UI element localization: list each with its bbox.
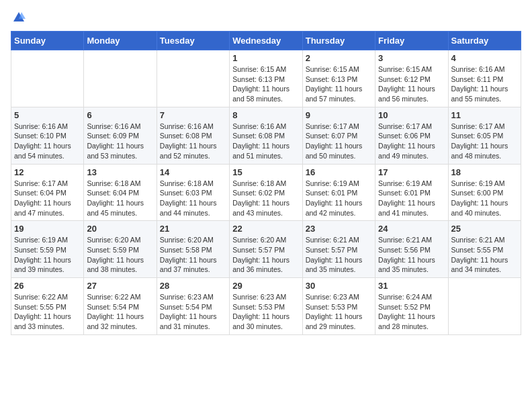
day-number: 5 [14,110,81,120]
day-info: Sunrise: 6:16 AM Sunset: 6:11 PM Dayligh… [451,64,518,104]
calendar-header-wednesday: Wednesday [230,32,302,50]
day-info: Sunrise: 6:15 AM Sunset: 6:13 PM Dayligh… [306,64,372,104]
day-number: 18 [451,167,518,177]
calendar-body: 1Sunrise: 6:15 AM Sunset: 6:13 PM Daylig… [11,50,521,335]
day-number: 26 [14,281,81,291]
day-number: 25 [451,224,518,234]
day-info: Sunrise: 6:19 AM Sunset: 5:59 PM Dayligh… [14,235,81,275]
day-number: 16 [306,167,372,177]
calendar-cell: 25Sunrise: 6:21 AM Sunset: 5:55 PM Dayli… [448,221,521,278]
day-number: 10 [378,110,445,120]
calendar-cell: 16Sunrise: 6:19 AM Sunset: 6:01 PM Dayli… [302,164,375,221]
calendar-cell: 31Sunrise: 6:24 AM Sunset: 5:52 PM Dayli… [375,278,448,335]
day-number: 31 [378,281,445,291]
day-info: Sunrise: 6:23 AM Sunset: 5:54 PM Dayligh… [160,292,226,332]
day-number: 21 [160,224,226,234]
day-info: Sunrise: 6:18 AM Sunset: 6:04 PM Dayligh… [87,179,153,218]
calendar-header-thursday: Thursday [302,32,375,50]
calendar-cell: 8Sunrise: 6:16 AM Sunset: 6:08 PM Daylig… [230,107,302,164]
calendar-cell: 22Sunrise: 6:20 AM Sunset: 5:57 PM Dayli… [230,221,302,278]
day-info: Sunrise: 6:15 AM Sunset: 6:13 PM Dayligh… [232,64,299,104]
calendar-week-0: 1Sunrise: 6:15 AM Sunset: 6:13 PM Daylig… [11,50,521,107]
day-info: Sunrise: 6:24 AM Sunset: 5:52 PM Dayligh… [378,292,445,332]
calendar-header-tuesday: Tuesday [157,32,229,50]
day-number: 12 [14,167,81,177]
day-number: 24 [378,224,445,234]
day-info: Sunrise: 6:16 AM Sunset: 6:08 PM Dayligh… [232,122,299,161]
day-number: 8 [232,110,299,120]
day-number: 20 [87,224,153,234]
day-info: Sunrise: 6:19 AM Sunset: 6:00 PM Dayligh… [451,179,518,218]
calendar-header-row: SundayMondayTuesdayWednesdayThursdayFrid… [11,32,521,50]
day-number: 17 [378,167,445,177]
calendar-cell: 24Sunrise: 6:21 AM Sunset: 5:56 PM Dayli… [375,221,448,278]
day-info: Sunrise: 6:18 AM Sunset: 6:02 PM Dayligh… [232,179,299,218]
calendar-cell [448,278,521,335]
day-info: Sunrise: 6:16 AM Sunset: 6:09 PM Dayligh… [87,122,153,161]
calendar-cell: 12Sunrise: 6:17 AM Sunset: 6:04 PM Dayli… [11,164,84,221]
day-number: 3 [378,53,445,63]
calendar-cell [157,50,229,107]
calendar-week-2: 12Sunrise: 6:17 AM Sunset: 6:04 PM Dayli… [11,164,521,221]
day-number: 27 [87,281,153,291]
calendar-week-1: 5Sunrise: 6:16 AM Sunset: 6:10 PM Daylig… [11,107,521,164]
day-number: 11 [451,110,518,120]
calendar-week-3: 19Sunrise: 6:19 AM Sunset: 5:59 PM Dayli… [11,221,521,278]
day-info: Sunrise: 6:19 AM Sunset: 6:01 PM Dayligh… [378,179,445,218]
calendar-cell: 19Sunrise: 6:19 AM Sunset: 5:59 PM Dayli… [11,221,84,278]
day-info: Sunrise: 6:16 AM Sunset: 6:08 PM Dayligh… [160,122,226,161]
day-number: 9 [306,110,372,120]
day-number: 29 [232,281,299,291]
calendar-cell: 9Sunrise: 6:17 AM Sunset: 6:07 PM Daylig… [302,107,375,164]
day-info: Sunrise: 6:21 AM Sunset: 5:56 PM Dayligh… [378,235,445,275]
day-number: 30 [306,281,372,291]
calendar-cell: 20Sunrise: 6:20 AM Sunset: 5:59 PM Dayli… [84,221,157,278]
calendar-cell: 29Sunrise: 6:23 AM Sunset: 5:53 PM Dayli… [230,278,302,335]
calendar-cell: 10Sunrise: 6:17 AM Sunset: 6:06 PM Dayli… [375,107,448,164]
day-number: 14 [160,167,226,177]
calendar-cell: 18Sunrise: 6:19 AM Sunset: 6:00 PM Dayli… [448,164,521,221]
day-number: 6 [87,110,153,120]
day-info: Sunrise: 6:23 AM Sunset: 5:53 PM Dayligh… [306,292,372,332]
calendar-cell: 14Sunrise: 6:18 AM Sunset: 6:03 PM Dayli… [157,164,229,221]
calendar-cell: 17Sunrise: 6:19 AM Sunset: 6:01 PM Dayli… [375,164,448,221]
day-number: 15 [232,167,299,177]
day-info: Sunrise: 6:20 AM Sunset: 5:58 PM Dayligh… [160,235,226,275]
page-header [11,11,521,24]
day-info: Sunrise: 6:21 AM Sunset: 5:55 PM Dayligh… [451,235,518,275]
day-info: Sunrise: 6:20 AM Sunset: 5:59 PM Dayligh… [87,235,153,275]
day-info: Sunrise: 6:23 AM Sunset: 5:53 PM Dayligh… [232,292,299,332]
day-info: Sunrise: 6:18 AM Sunset: 6:03 PM Dayligh… [160,179,226,218]
day-number: 4 [451,53,518,63]
day-number: 13 [87,167,153,177]
calendar-header-friday: Friday [375,32,448,50]
day-info: Sunrise: 6:21 AM Sunset: 5:57 PM Dayligh… [306,235,372,275]
calendar-cell: 21Sunrise: 6:20 AM Sunset: 5:58 PM Dayli… [157,221,229,278]
day-info: Sunrise: 6:17 AM Sunset: 6:07 PM Dayligh… [306,122,372,161]
calendar-cell [84,50,157,107]
day-number: 7 [160,110,226,120]
day-info: Sunrise: 6:20 AM Sunset: 5:57 PM Dayligh… [232,235,299,275]
day-number: 19 [14,224,81,234]
day-info: Sunrise: 6:17 AM Sunset: 6:06 PM Dayligh… [378,122,445,161]
day-info: Sunrise: 6:17 AM Sunset: 6:04 PM Dayligh… [14,179,81,218]
calendar-cell: 26Sunrise: 6:22 AM Sunset: 5:55 PM Dayli… [11,278,84,335]
day-info: Sunrise: 6:15 AM Sunset: 6:12 PM Dayligh… [378,64,445,104]
calendar-week-4: 26Sunrise: 6:22 AM Sunset: 5:55 PM Dayli… [11,278,521,335]
logo-icon [12,11,26,24]
calendar-cell: 5Sunrise: 6:16 AM Sunset: 6:10 PM Daylig… [11,107,84,164]
calendar-cell: 13Sunrise: 6:18 AM Sunset: 6:04 PM Dayli… [84,164,157,221]
calendar-cell: 1Sunrise: 6:15 AM Sunset: 6:13 PM Daylig… [230,50,302,107]
day-number: 23 [306,224,372,234]
calendar-cell: 27Sunrise: 6:22 AM Sunset: 5:54 PM Dayli… [84,278,157,335]
day-number: 2 [306,53,372,63]
calendar-cell: 23Sunrise: 6:21 AM Sunset: 5:57 PM Dayli… [302,221,375,278]
day-info: Sunrise: 6:17 AM Sunset: 6:05 PM Dayligh… [451,122,518,161]
calendar-cell: 3Sunrise: 6:15 AM Sunset: 6:12 PM Daylig… [375,50,448,107]
day-number: 28 [160,281,226,291]
calendar-cell: 4Sunrise: 6:16 AM Sunset: 6:11 PM Daylig… [448,50,521,107]
calendar-header-monday: Monday [84,32,157,50]
calendar-cell: 15Sunrise: 6:18 AM Sunset: 6:02 PM Dayli… [230,164,302,221]
calendar-cell: 30Sunrise: 6:23 AM Sunset: 5:53 PM Dayli… [302,278,375,335]
day-number: 22 [232,224,299,234]
